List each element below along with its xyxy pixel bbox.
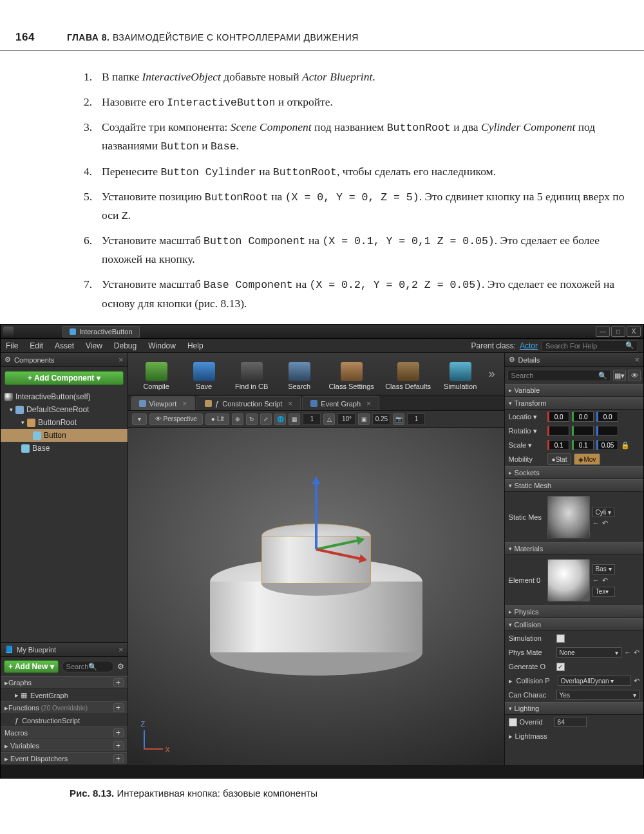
snap-scale-val[interactable]: 0.25 [372, 413, 390, 425]
rotation-y[interactable] [572, 426, 594, 436]
coord-space[interactable]: 🌐 [274, 413, 286, 425]
tree-self[interactable]: InteractiveButton(self) [1, 390, 128, 403]
save-button[interactable]: Save [181, 355, 227, 393]
menu-view[interactable]: View [86, 341, 102, 350]
close-icon[interactable]: × [634, 355, 639, 365]
compile-button[interactable]: Compile [133, 355, 180, 393]
close-icon[interactable]: × [288, 399, 292, 408]
snap-angle[interactable]: △ [323, 413, 335, 425]
cat-variables[interactable]: ▸ Variables+ [1, 739, 128, 752]
section-physics[interactable]: ▸Physics [505, 605, 643, 618]
find-in-cb-button[interactable]: Find in CB [229, 355, 275, 393]
tree-button-root[interactable]: ▾ButtonRoot [1, 416, 128, 429]
close-icon[interactable]: × [118, 355, 124, 365]
add-icon[interactable]: + [113, 703, 124, 712]
close-icon[interactable]: × [182, 399, 187, 408]
rotation-x[interactable] [547, 426, 569, 436]
material-dropdown[interactable]: Bas ▾ [592, 564, 615, 574]
collision-preset-dropdown[interactable]: OverlapAllDynan ▾ [558, 676, 631, 686]
menu-asset[interactable]: Asset [55, 341, 74, 350]
phys-mat-dropdown[interactable]: None▾ [556, 647, 621, 658]
section-materials[interactable]: ▾Materials [505, 542, 643, 555]
add-new-button[interactable]: + Add New ▾ [4, 660, 59, 673]
arrow-left-icon[interactable]: ← [592, 519, 600, 527]
add-icon[interactable]: + [113, 754, 124, 763]
tree-default-scene-root[interactable]: ▾DefaultSceneRoot [1, 403, 128, 416]
scale-z[interactable]: 0.05 [596, 440, 618, 450]
mobility-static[interactable]: ● Stat [547, 453, 572, 465]
cat-graphs[interactable]: ▸Graphs+ [1, 676, 128, 689]
generate-overlap-checkbox[interactable]: ✓ [556, 663, 565, 671]
gizmo-scale[interactable]: ⤢ [260, 413, 272, 425]
maximize-button[interactable]: □ [611, 327, 625, 337]
add-icon[interactable]: + [113, 678, 124, 687]
close-icon[interactable]: × [118, 645, 124, 654]
details-search[interactable]: Search🔍 [507, 370, 611, 381]
details-panel-header[interactable]: ⚙ Details× [505, 353, 643, 367]
lit-dropdown[interactable]: ● Lit [205, 413, 230, 425]
add-component-button[interactable]: + Add Component ▾ [5, 371, 124, 385]
search-button[interactable]: Search [276, 355, 323, 393]
section-variable[interactable]: ▸Variable [505, 384, 643, 397]
axis-z[interactable] [315, 479, 317, 549]
mesh-dropdown[interactable]: Cyli ▾ [592, 507, 614, 517]
cat-macros[interactable]: Macros+ [1, 726, 128, 739]
view-toggle[interactable]: 👁 [628, 370, 641, 381]
section-sockets[interactable]: ▸Sockets [505, 466, 643, 479]
cat-event-dispatchers[interactable]: ▸ Event Dispatchers+ [1, 752, 128, 765]
can-char-dropdown[interactable]: Yes▾ [556, 690, 639, 700]
simulation-button[interactable]: Simulation [437, 355, 484, 393]
scale-x[interactable]: 0.1 [547, 440, 569, 450]
class-defaults-button[interactable]: Class Defaults [381, 355, 436, 393]
material-thumbnail[interactable] [547, 559, 590, 602]
window-tab[interactable]: InteractiveButton [62, 326, 140, 337]
tab-event-graph[interactable]: Event Graph× [302, 396, 379, 410]
tree-button[interactable]: Button [1, 429, 128, 442]
undo-icon[interactable]: ↶ [634, 677, 639, 685]
location-y[interactable]: 0.0 [572, 412, 594, 422]
settings-icon[interactable]: ⚙ [117, 662, 124, 671]
undo-icon[interactable]: ↶ [602, 519, 608, 527]
section-transform[interactable]: ▾Transform [505, 397, 643, 410]
close-icon[interactable]: × [366, 399, 371, 408]
lock-icon[interactable]: 🔒 [621, 441, 630, 450]
my-blueprint-search[interactable]: Search 🔍 [62, 661, 114, 672]
menu-debug[interactable]: Debug [114, 341, 137, 350]
simulation-checkbox[interactable] [556, 634, 565, 643]
section-lighting[interactable]: ▾Lighting [505, 702, 643, 715]
close-button[interactable]: X [627, 327, 641, 337]
snap-angle-val[interactable]: 10° [337, 413, 355, 425]
section-static-mesh[interactable]: ▾Static Mesh [505, 479, 643, 492]
rotation-z[interactable] [596, 426, 618, 436]
tab-viewport[interactable]: Viewport× [131, 396, 196, 410]
parent-class-link[interactable]: Actor [520, 341, 538, 350]
perspective-dropdown[interactable]: 👁 Perspective [149, 413, 203, 425]
undo-icon[interactable]: ↶ [634, 649, 639, 657]
cat-functions[interactable]: ▸Functions (20 Overridable)+ [1, 701, 128, 714]
mesh-thumbnail[interactable] [547, 496, 590, 538]
camera-speed-val[interactable]: 1 [407, 413, 425, 425]
menu-file[interactable]: File [6, 341, 18, 350]
override-value[interactable]: 64 [554, 717, 587, 727]
arrow-left-icon[interactable]: ← [592, 576, 600, 585]
location-z[interactable]: 0.0 [596, 412, 618, 422]
components-panel-header[interactable]: ⚙ Components× [1, 353, 128, 367]
camera-speed[interactable]: 📷 [393, 413, 404, 425]
tab-construction-script[interactable]: ƒ Construction Script× [196, 396, 301, 410]
view-options[interactable]: ▦▾ [613, 370, 626, 381]
item-eventgraph[interactable]: ▸ ▦ EventGraph [1, 689, 128, 701]
scale-y[interactable]: 0.1 [572, 440, 594, 450]
texture-dropdown[interactable]: Tex▾ [592, 587, 615, 597]
search-help-input[interactable]: Search For Help🔍 [542, 340, 638, 352]
class-settings-button[interactable]: Class Settings [324, 355, 379, 393]
add-icon[interactable]: + [113, 741, 124, 750]
override-checkbox[interactable] [509, 718, 517, 726]
gizmo-rotate[interactable]: ↻ [246, 413, 258, 425]
location-x[interactable]: 0.0 [547, 412, 569, 422]
menu-window[interactable]: Window [148, 341, 176, 350]
undo-icon[interactable]: ↶ [602, 576, 608, 585]
mobility-movable[interactable]: ◈ Mov [574, 453, 600, 465]
menu-edit[interactable]: Edit [30, 341, 43, 350]
tree-base[interactable]: Base [1, 442, 128, 455]
minimize-button[interactable]: — [596, 327, 610, 337]
